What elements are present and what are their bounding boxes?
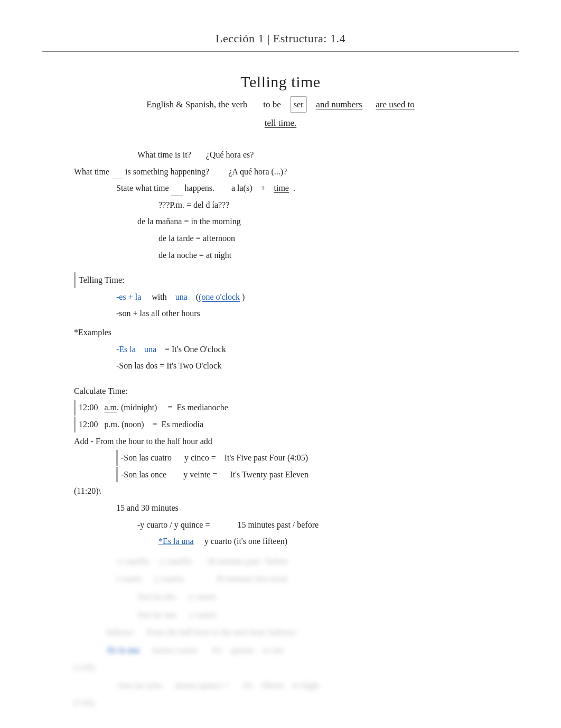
add2-line: -Son las once y veinte = It's Twenty pas… xyxy=(116,467,519,483)
blurred-row-6: -Es la una menos cuarto It's quarter to … xyxy=(106,642,519,658)
content-block: What time is it? ¿Qué hora es? What time… xyxy=(74,147,519,711)
min1-line: -y cuarto / y quince = 15 minutes past /… xyxy=(137,517,519,533)
blurred-row-3: Son las dos y cuarto xyxy=(137,589,519,605)
min2-prefix: *Es la una xyxy=(158,537,194,546)
calc1-sp: Es medianoche xyxy=(176,400,228,416)
calc2-sp: Es mediodía xyxy=(162,417,204,432)
calc1-ampm: a.m xyxy=(104,400,117,416)
intro-line-2: tell time. xyxy=(42,116,519,131)
afternoon-line: de la tarde = afternoon xyxy=(158,231,519,246)
q3-sp1: a la(s) xyxy=(231,183,253,192)
calc1-note: . (midnight) xyxy=(117,400,157,416)
telling-time-title: Telling time xyxy=(240,73,320,90)
blurred-row-4: Son las una y cuarto xyxy=(137,607,519,623)
add1-mid: y cinco = xyxy=(184,450,216,466)
add1-prefix: -Son las cuatro xyxy=(121,450,172,466)
es-la-prefix: -es + la xyxy=(116,292,141,301)
q3-mid: happens. xyxy=(185,183,214,192)
ex1-suffix: = It's One O'clock xyxy=(165,345,226,354)
blurred-row-1: -i cuarillo y cuarillo 30 minutes past /… xyxy=(116,554,519,569)
calc2-time: 12:00 xyxy=(79,417,98,432)
blurred-row-7: (1:45) xyxy=(74,660,519,676)
section-title: Telling time xyxy=(42,73,519,91)
q4: ???P.m. = del d ía??? xyxy=(158,200,229,209)
ex1-una: una xyxy=(144,345,156,354)
q1-en: What time is it? xyxy=(137,150,191,159)
blurred-section: -i cuarillo y cuarillo 30 minutes past /… xyxy=(74,554,519,711)
calc2-line: 12:00 p.m. (noon) = Es mediodía xyxy=(74,417,519,432)
minutes-label: 15 and 30 minutes xyxy=(116,503,179,512)
min2-suffix: y cuarto (it's one fifteen) xyxy=(204,537,287,546)
tt1-with: with xyxy=(152,292,166,301)
telling-time-label-line: Telling Time: xyxy=(74,272,519,288)
tt1-close: ) xyxy=(242,292,245,301)
intro-and-numbers: and numbers xyxy=(316,99,362,109)
calculate-label-line: Calculate Time: xyxy=(74,383,519,399)
add1-line: -Son las cuatro y cinco = It's Five past… xyxy=(116,450,519,466)
left-bar xyxy=(74,272,76,288)
state-time: State what time happens. a la(s) + time … xyxy=(116,180,519,196)
question-happening: What time is something happening? ¿A qué… xyxy=(74,164,519,180)
min2-line: *Es la una y cuarto (it's one fifteen) xyxy=(158,533,519,549)
ser-box: ser xyxy=(290,96,307,113)
calc1-line: 12:00 a.m . (midnight) = Es medianoche xyxy=(74,400,519,416)
calc2-ampm: p.m. (noon) xyxy=(104,417,144,432)
intro-to-be: to be xyxy=(263,99,281,109)
blurred-row-8: -Son las ocho menos quince = It's fiftee… xyxy=(116,678,519,694)
intro-line-1: English & Spanish, the verb to be ser an… xyxy=(42,96,519,113)
examples-label: *Examples xyxy=(74,328,111,337)
calc1-eq: = xyxy=(167,400,172,416)
minutes-label-line: 15 and 30 minutes xyxy=(116,500,519,516)
q2-sp: ¿A qué hora (...)? xyxy=(228,167,287,176)
left-bar-calc2 xyxy=(74,417,76,432)
page-header: Lección 1 | Estructura: 1.4 xyxy=(42,32,519,52)
intro-are-used-to: are used to xyxy=(376,99,415,109)
min1-prefix: -y cuarto / y quince = xyxy=(137,520,210,529)
q2-prefix: What time xyxy=(74,167,109,176)
calc1-time: 12:00 xyxy=(79,400,98,416)
blank-1 xyxy=(111,179,123,179)
morning-line: de la mañana = in the morning xyxy=(137,214,519,229)
pm-line: ???P.m. = del d ía??? xyxy=(158,197,519,213)
tt1-one-oclock: (one o'clock xyxy=(199,292,240,301)
night-line: de la noche = at night xyxy=(158,247,519,263)
add-label: Add - From the hour to the half hour add xyxy=(74,437,212,446)
examples-label-line: *Examples xyxy=(74,325,519,340)
left-bar-calc1 xyxy=(74,400,76,416)
add-label-line: Add - From the hour to the half hour add xyxy=(74,434,519,449)
add2-paren-line: (11:20)\ xyxy=(74,483,519,499)
header-title: Lección 1 | Estructura: 1.4 xyxy=(216,32,345,45)
q3-prefix: State what time xyxy=(116,183,169,192)
blurred-row-2: i cuarto y cuartio 30 minutes less more xyxy=(116,571,519,587)
blank-2 xyxy=(171,196,183,196)
ex1-line: -Es la una = It's One O'clock xyxy=(116,342,519,357)
tt1-una: una xyxy=(175,292,188,301)
intro-prefix: English & Spanish, the verb xyxy=(146,99,247,109)
add2-suffix: It's Twenty past Eleven xyxy=(230,467,308,483)
tt2: -son + las all other hours xyxy=(116,309,200,318)
left-bar-add2 xyxy=(116,467,118,483)
q1-sp: ¿Qué hora es? xyxy=(206,150,254,159)
ex2: -Son las dos = It's Two O'clock xyxy=(116,361,221,370)
left-bar-add1 xyxy=(116,450,118,466)
calc2-eq: = xyxy=(153,417,157,432)
night: de la noche = at night xyxy=(158,251,231,260)
add2-prefix: -Son las once xyxy=(121,467,166,483)
intro-block: English & Spanish, the verb to be ser an… xyxy=(42,96,519,131)
add2-paren: (11:20)\ xyxy=(74,486,101,495)
min1-suffix: 15 minutes past / before xyxy=(237,520,319,529)
afternoon: de la tarde = afternoon xyxy=(158,234,235,243)
question-time-it: What time is it? ¿Qué hora es? xyxy=(137,147,519,163)
add1-suffix: It's Five past Four (4:05) xyxy=(225,450,308,466)
blurred-row-5: Subtract From the half hour to the next … xyxy=(106,624,519,640)
telling-time-label: Telling Time: xyxy=(79,272,124,288)
blurred-row-9: (7:45) xyxy=(74,695,519,711)
add2-mid: y veinte = xyxy=(183,467,217,483)
es-la-line: -es + la with una ((one o'clock ) xyxy=(116,289,519,305)
ex1-prefix: -Es la xyxy=(116,345,136,354)
mornings: de la mañana = in the morning xyxy=(137,217,241,226)
q2-mid: is something happening? xyxy=(125,167,209,176)
son-las-line: -son + las all other hours xyxy=(116,306,519,321)
intro-tell-time: tell time. xyxy=(265,118,296,128)
q3-sp2: + xyxy=(261,183,266,192)
